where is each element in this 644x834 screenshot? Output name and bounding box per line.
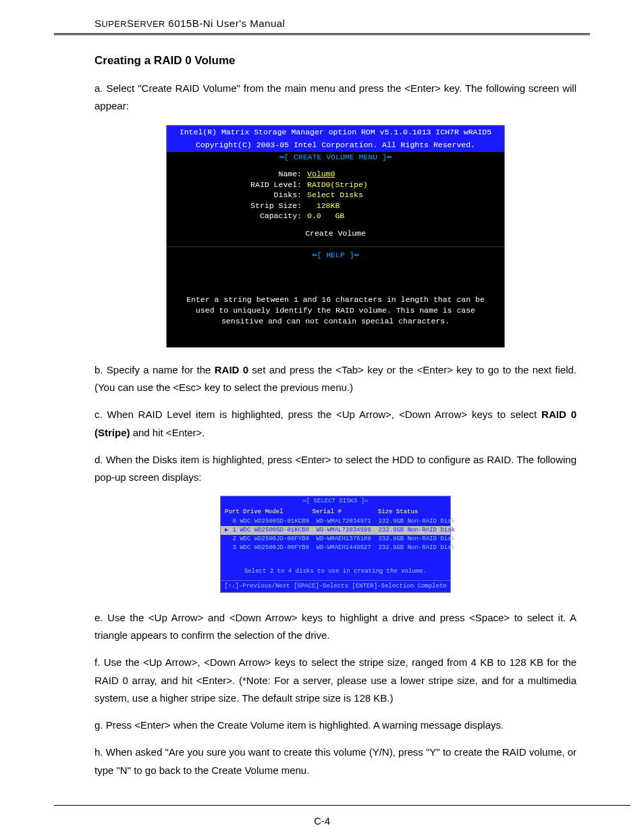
bios2-row-1-highlighted: ▶ 1 WDC WD2500SD-01KCB0 WD-WMAL72034599 … bbox=[221, 526, 450, 535]
paragraph-b: b. Specify a name for the RAID 0 set and… bbox=[95, 361, 576, 397]
header-text: SUPERSERVER 6015B-Ni User's Manual bbox=[95, 18, 285, 29]
paragraph-f: f. Use the <Up Arrow>, <Down Arrow> keys… bbox=[95, 654, 576, 707]
bios1-help-body: Enter a string between 1 and 16 characte… bbox=[167, 261, 504, 347]
bios1-header2: Copyright(C) 2003-05 Intel Corporation. … bbox=[167, 138, 504, 152]
bios1-help-title: ═[ HELP ]═ bbox=[167, 247, 504, 261]
page-header: SUPERSERVER 6015B-Ni User's Manual bbox=[54, 14, 590, 35]
bios1-level-label: RAID Level: bbox=[167, 180, 307, 190]
page-number: C-4 bbox=[0, 812, 644, 834]
bios2-thead: Port Drive Model Serial # Size Status bbox=[221, 506, 450, 517]
bios1-level-value: RAID0(Stripe) bbox=[307, 180, 368, 189]
bios-create-volume-screenshot: Intel(R) Matrix Storage Manager option R… bbox=[166, 125, 505, 348]
bios2-row-3: 3 WDC WD2500JD-00FYB0 WD-WMAEH1449527 23… bbox=[221, 544, 450, 552]
bios1-create-volume: Create Volume bbox=[167, 221, 504, 239]
bios1-name-label: Name: bbox=[167, 169, 307, 180]
paragraph-d: d. When the Disks item is highlighted, p… bbox=[95, 451, 576, 487]
bottom-rule bbox=[54, 805, 630, 806]
paragraph-c: c. When RAID Level item is highlighted, … bbox=[95, 406, 576, 442]
bios1-form: Name:Volum0 RAID Level:RAID0(Stripe) Dis… bbox=[167, 162, 504, 246]
bios1-strip-label: Strip Size: bbox=[167, 201, 307, 211]
paragraph-a: a. Select "Create RAID Volume" from the … bbox=[95, 80, 576, 115]
bios1-disks-value: Select Disks bbox=[307, 190, 363, 199]
paragraph-h: h. When asked "Are you sure you want to … bbox=[95, 744, 576, 779]
bios1-menu-title: ═[ CREATE VOLUME MENU ]═ bbox=[167, 152, 504, 163]
bios2-row-2: 2 WDC WD2500JD-00FYB0 WD-WMAEH1376109 23… bbox=[221, 535, 450, 544]
section-title: Creating a RAID 0 Volume bbox=[95, 54, 576, 68]
paragraph-g: g. Press <Enter> when the Create Volume … bbox=[95, 716, 576, 734]
bios1-cap-label: Capacity: bbox=[167, 211, 307, 221]
paragraph-e: e. Use the <Up Arrow> and <Down Arrow> k… bbox=[95, 609, 576, 645]
bios2-instruction: Select 2 to 4 disks to use in creating t… bbox=[221, 552, 450, 580]
bios1-name-value: Volum0 bbox=[307, 170, 335, 178]
bios2-footer: [↑↓]-Previous/Next [SPACE]-Selects [ENTE… bbox=[221, 580, 450, 591]
bios1-strip-value: 128KB bbox=[307, 201, 340, 210]
bios1-disks-label: Disks: bbox=[167, 190, 307, 201]
bios-select-disks-screenshot: ═[ SELECT DISKS ]═ Port Drive Model Seri… bbox=[220, 496, 451, 592]
bios2-row-0: 0 WDC WD2500SD-01KCB0 WD-WMAL72034971 23… bbox=[221, 517, 450, 526]
bios2-title: ═[ SELECT DISKS ]═ bbox=[221, 496, 450, 506]
bios1-cap-value: 0.0 GB bbox=[307, 211, 344, 220]
bios1-header1: Intel(R) Matrix Storage Manager option R… bbox=[167, 126, 504, 139]
